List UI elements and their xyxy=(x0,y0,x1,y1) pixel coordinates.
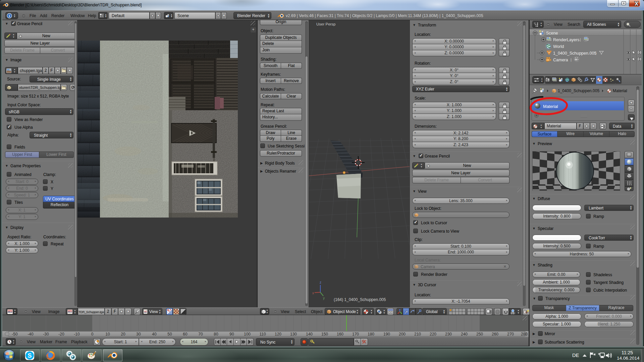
svg-text:World: World xyxy=(553,44,564,49)
svg-text:-50: -50 xyxy=(12,332,18,337)
svg-text:-10: -10 xyxy=(74,332,80,337)
svg-text:z: z xyxy=(320,281,321,284)
svg-text:i: i xyxy=(9,14,10,18)
svg-text:|: | xyxy=(580,38,581,42)
svg-text:x: x xyxy=(312,291,314,295)
svg-text:40: 40 xyxy=(152,332,157,337)
svg-text:220: 220 xyxy=(430,332,436,337)
svg-text:-30: -30 xyxy=(43,332,49,337)
svg-text:RenderLayers: RenderLayers xyxy=(553,38,580,42)
svg-text:270: 270 xyxy=(507,332,514,337)
svg-text:280: 280 xyxy=(521,332,528,337)
svg-text:70: 70 xyxy=(198,332,203,337)
svg-text:S: S xyxy=(28,352,32,359)
svg-text:190: 190 xyxy=(383,332,390,337)
svg-text:1_0400_Schuppen.005: 1_0400_Schuppen.005 xyxy=(553,51,596,56)
svg-text:120: 120 xyxy=(275,332,281,337)
svg-text:100: 100 xyxy=(244,332,251,337)
svg-text:260: 260 xyxy=(492,332,498,337)
svg-text:140: 140 xyxy=(306,332,313,337)
svg-text:170: 170 xyxy=(352,332,359,337)
svg-text:10: 10 xyxy=(105,332,110,337)
svg-text:-40: -40 xyxy=(28,332,34,337)
svg-text:210: 210 xyxy=(414,332,421,337)
svg-text:230: 230 xyxy=(445,332,452,337)
svg-text:0: 0 xyxy=(91,332,94,337)
svg-text:180: 180 xyxy=(368,332,374,337)
svg-text:|: | xyxy=(595,51,596,55)
svg-text:User Persp: User Persp xyxy=(316,22,336,26)
svg-text:(164) 1_0400_Schuppen.005: (164) 1_0400_Schuppen.005 xyxy=(334,297,386,302)
svg-text:90: 90 xyxy=(229,332,234,337)
svg-text:150: 150 xyxy=(321,332,328,337)
svg-text:250: 250 xyxy=(476,332,483,337)
svg-text:1_0400_Schuppen.005: 1_0400_Schuppen.005 xyxy=(558,88,599,93)
svg-text:80: 80 xyxy=(214,332,218,337)
svg-text:|: | xyxy=(571,58,572,62)
svg-text:110: 110 xyxy=(259,332,266,337)
svg-text:50: 50 xyxy=(167,332,172,337)
svg-text:60: 60 xyxy=(183,332,187,337)
svg-text:y: y xyxy=(323,296,325,300)
svg-text:130: 130 xyxy=(290,332,297,337)
svg-text:160: 160 xyxy=(337,332,343,337)
svg-text:Material: Material xyxy=(613,88,627,93)
svg-text:30: 30 xyxy=(136,332,141,337)
svg-text:-20: -20 xyxy=(58,332,64,337)
svg-text:Scene: Scene xyxy=(546,31,558,36)
svg-text:Camera: Camera xyxy=(553,58,568,62)
svg-text:240: 240 xyxy=(461,332,468,337)
svg-text:20: 20 xyxy=(121,332,125,337)
svg-text:200: 200 xyxy=(399,332,406,337)
